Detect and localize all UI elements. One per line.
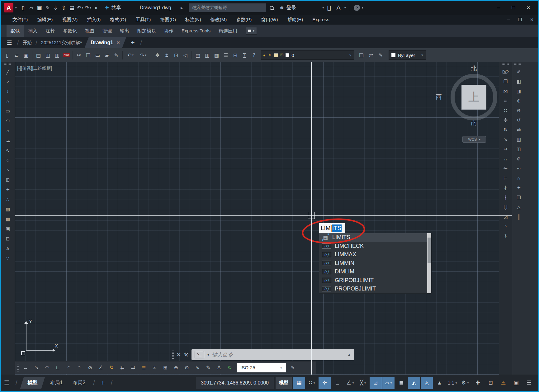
isolate-objects-button[interactable]: ✚ — [472, 377, 484, 389]
viewport-controls-label[interactable]: [-][俯视][二维线框] — [17, 66, 52, 71]
table-button[interactable]: ⊟ — [3, 235, 12, 243]
text-button[interactable]: A — [3, 245, 12, 253]
stretch-button[interactable]: ↦ — [501, 145, 510, 153]
ribbon-tab-annotate[interactable]: 注释 — [41, 25, 59, 37]
close-button[interactable]: ✕ — [524, 5, 533, 11]
menu-help[interactable]: 帮助(H) — [282, 17, 308, 23]
object-snap-tracking-toggle[interactable]: ╳ ▾ — [357, 377, 369, 389]
circle-button[interactable]: ○ — [3, 127, 12, 135]
make-current-layer-icon[interactable]: ❏ — [357, 50, 366, 60]
suggestion-gripobjlimit[interactable]: (x) GRIPOBJLIMIT — [319, 276, 427, 285]
color-dropdown[interactable]: ByLayer ∨ — [389, 50, 426, 60]
break-button[interactable]: ∦ — [501, 194, 510, 201]
rotate-button[interactable]: ↻ — [501, 126, 510, 134]
ungroup-button[interactable]: ⊖ — [514, 107, 523, 115]
paste-icon[interactable]: ▭ — [93, 50, 102, 60]
markup-edit-icon[interactable]: ✎ — [112, 50, 121, 60]
auto-annotation-scale-toggle[interactable]: ◬ — [421, 377, 433, 389]
dim-aligned-icon[interactable]: ↘ — [31, 363, 42, 372]
multiple-points-button[interactable]: ∴ — [3, 196, 12, 203]
revision-cloud-button[interactable]: ☁ — [3, 137, 12, 144]
layout1-tab[interactable]: 布局1 — [45, 377, 68, 389]
viewcube-west-label[interactable]: 西 — [434, 93, 443, 101]
group-button[interactable]: ⊕ — [514, 97, 523, 105]
cut-icon[interactable]: ✂ — [74, 50, 83, 60]
copy-clip-icon[interactable]: ❐ — [84, 50, 93, 60]
draworder-front-button[interactable]: ◧ — [514, 78, 523, 86]
object-snap-toggle[interactable]: ⊿ — [370, 377, 382, 389]
maximize-button[interactable]: ☐ — [509, 5, 518, 11]
search-input[interactable]: 键入关键字或短语 — [189, 3, 266, 12]
construction-line-button[interactable]: ↗ — [3, 78, 12, 86]
ribbon-tab-insert[interactable]: 插入 — [24, 25, 41, 37]
autodesk-caret-icon[interactable]: ▾ — [344, 6, 346, 9]
viewcube-top-face[interactable]: 上 — [461, 85, 486, 110]
snap-mode-toggle[interactable]: ∷ ▾ — [306, 377, 318, 389]
share-button[interactable]: ✈ 共享 — [105, 4, 121, 11]
layer-color-swatch[interactable] — [286, 53, 289, 57]
inspection-icon[interactable]: ⊙ — [182, 363, 192, 372]
suggestion-scrollbar[interactable] — [427, 233, 431, 293]
ellipse-arc-button[interactable]: ◔ — [3, 166, 12, 174]
dim-baseline-icon[interactable]: ⇇ — [117, 363, 128, 372]
object-snap-3d-toggle[interactable]: ▱ ▾ — [382, 377, 395, 389]
dim-space-icon[interactable]: ≣ — [139, 363, 149, 372]
separator-icon[interactable] — [71, 50, 74, 60]
wipeout-button[interactable]: ✦ — [514, 184, 523, 192]
grid-display-toggle[interactable]: ▦ — [293, 377, 305, 389]
redo-icon[interactable]: ↷▾ — [84, 3, 92, 12]
open-from-mobile-icon[interactable]: ⇧ — [60, 3, 68, 12]
dim-arc-length-icon[interactable]: ◠ — [42, 363, 52, 372]
layout-menu-icon[interactable]: ☰ — [4, 379, 10, 387]
lengthen-button[interactable]: ↔ — [501, 155, 510, 163]
save-to-mobile-icon[interactable]: ⇩ — [52, 3, 60, 12]
layer-freeze-icon[interactable] — [274, 53, 278, 57]
layer-dropdown[interactable]: ● ☀ ⚿ 0 ∨ — [261, 50, 354, 60]
ribbon-tab-collaborate[interactable]: 协作 — [160, 25, 177, 37]
separator-icon[interactable] — [190, 50, 193, 60]
clean-screen-button[interactable]: ▣ — [510, 377, 522, 389]
autodesk-logo-icon[interactable]: Λ — [334, 3, 343, 12]
polyline-button[interactable]: ≀ — [3, 88, 12, 96]
dimension-style-dropdown[interactable]: ISO-25 ∨ — [237, 363, 286, 372]
lineweight-toggle[interactable]: ≣ — [395, 377, 407, 389]
polar-tracking-toggle[interactable]: ∠ ▾ — [344, 377, 356, 389]
jogged-linear-icon[interactable]: ∿ — [192, 363, 203, 372]
explode-button[interactable]: ✳ — [501, 232, 510, 240]
suggestion-limmin[interactable]: (x) LIMMIN — [319, 259, 427, 268]
break-at-point-button[interactable]: ∤ — [501, 184, 510, 192]
start-tab[interactable]: 开始 — [21, 40, 34, 46]
dimension-style-manager-button[interactable]: ✎ — [288, 363, 298, 372]
redo-icon[interactable]: ↷▾ — [137, 50, 149, 60]
command-history-expand-icon[interactable]: ▲ — [348, 352, 351, 357]
suggestion-limmax[interactable]: (x) LIMMAX — [319, 250, 427, 259]
suggestion-propobjlimit[interactable]: (x) PROPOBJLIMIT — [319, 285, 427, 293]
model-tab[interactable]: 模型 — [20, 377, 45, 389]
dim-edit-icon[interactable]: ✎ — [203, 363, 214, 372]
ribbon-tab-featured-apps[interactable]: 精选应用 — [215, 25, 241, 37]
spline-button[interactable]: ∿ — [3, 147, 12, 154]
new-drawing-tab-button[interactable]: + — [131, 39, 135, 47]
region-button[interactable]: ⌂ — [514, 174, 523, 182]
separator-icon[interactable] — [31, 50, 34, 60]
ribbon-tab-parametric[interactable]: 参数化 — [59, 25, 81, 37]
recent-commands-caret-icon[interactable]: ▾ — [208, 353, 209, 357]
mirror-button[interactable]: ⋈ — [501, 87, 510, 95]
copy-button[interactable]: ❐ — [501, 78, 510, 86]
hatch-button[interactable]: ▨ — [3, 205, 12, 213]
edit-hatch-button[interactable]: ▥ — [514, 136, 523, 144]
app-logo[interactable]: A — [4, 3, 13, 12]
dim-angular-icon[interactable]: ∠ — [96, 363, 106, 372]
qsave-icon[interactable]: ▣ — [21, 50, 31, 60]
wcs-dropdown[interactable]: WCS ▾ — [462, 136, 486, 143]
dim-diameter-icon[interactable]: ⊘ — [85, 363, 95, 372]
arc-button[interactable]: ◠ — [3, 117, 12, 125]
layer-lock-icon[interactable]: ⚿ — [280, 53, 283, 58]
fillet-button[interactable]: ◝ — [501, 223, 510, 230]
point-style-button[interactable]: ∵ — [3, 254, 12, 262]
open-file-icon[interactable]: ▱ — [27, 3, 35, 12]
trim-button[interactable]: ✁ — [501, 165, 510, 172]
dim-continue-icon[interactable]: ⇉ — [128, 363, 138, 372]
new-file-icon[interactable]: ▯ — [19, 3, 27, 12]
insert-block-button[interactable]: ⊞ — [3, 176, 12, 184]
